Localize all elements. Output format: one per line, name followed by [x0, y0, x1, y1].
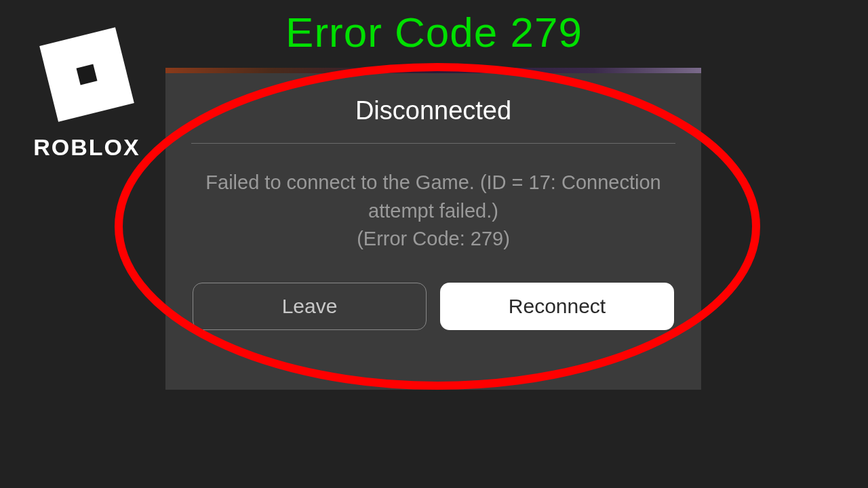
dialog-top-strip: [165, 68, 701, 73]
reconnect-button[interactable]: Reconnect: [440, 283, 674, 330]
disconnect-dialog: Disconnected Failed to connect to the Ga…: [165, 68, 701, 390]
dialog-message: Failed to connect to the Game. (ID = 17:…: [191, 168, 675, 225]
logo-block: ROBLOX: [19, 20, 155, 161]
roblox-logo-icon: [33, 20, 141, 129]
dialog-error-code: (Error Code: 279): [191, 228, 675, 250]
page-title: Error Code 279: [285, 8, 583, 56]
dialog-button-row: Leave Reconnect: [191, 283, 675, 330]
logo-brand-text: ROBLOX: [19, 134, 155, 161]
dialog-divider: [191, 143, 675, 144]
dialog-title: Disconnected: [191, 96, 675, 125]
leave-button[interactable]: Leave: [193, 283, 427, 330]
